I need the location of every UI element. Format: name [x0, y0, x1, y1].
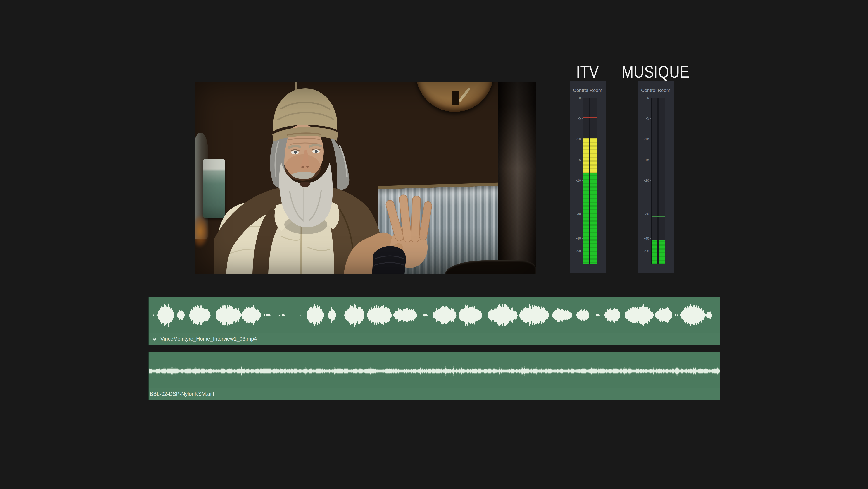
meter-bar-fill [590, 138, 596, 173]
meter-channel-left [652, 98, 657, 263]
speech-waveform-canvas [149, 297, 720, 333]
meter-tick-label: 0 [638, 95, 649, 100]
clip-label-strip: VinceMcIntyre_Home_Interview1_03.mp4 [149, 333, 720, 345]
meter-bar-fill [658, 240, 664, 263]
audio-meter-panel-musique: Control Room 0-5-10-15-20-30-40-50 [638, 81, 674, 273]
meter-tick-mark [582, 160, 583, 160]
meter-channel-right [590, 98, 596, 263]
volume-automation-line[interactable] [149, 306, 720, 306]
peak-hold-line [652, 216, 664, 217]
meter-tick-mark [650, 139, 651, 140]
meter-tick-mark [650, 180, 651, 181]
meter-tick-label: -5 [569, 116, 581, 121]
meter-bar-fill [652, 240, 657, 263]
meter-bar-fill [583, 138, 589, 173]
audio-clip-music[interactable]: BBL-02-DSP-NylonKSM.aiff [148, 352, 720, 400]
meter-tick-label: -5 [638, 116, 649, 121]
link-icon [152, 336, 157, 342]
audio-clip-interview[interactable]: VinceMcIntyre_Home_Interview1_03.mp4 [148, 297, 720, 345]
meter-title-musique: MUSIQUE [617, 63, 694, 81]
meter-channel-right [658, 98, 664, 263]
meter-tick-label: -50 [569, 249, 581, 253]
meter-tick-mark [582, 214, 583, 214]
meter-title-itv: ITV [549, 63, 626, 81]
meter-tick-mark [582, 251, 583, 251]
meter-tick-mark [582, 139, 583, 140]
meter-tick-mark [650, 238, 651, 239]
application-window: ITV MUSIQUE Control Room 0-5-10-15-20-30… [0, 0, 868, 489]
meter-tick-label: -10 [638, 137, 649, 142]
video-viewer [194, 82, 536, 274]
meter-tick-mark [582, 118, 583, 119]
meter-tick-label: -10 [569, 137, 581, 142]
meter-tick-label: -20 [638, 178, 649, 183]
viewer-vignette [194, 82, 536, 274]
meter-tick-label: -15 [638, 157, 649, 162]
level-meter-musique [651, 97, 665, 264]
meter-tick-mark [650, 214, 651, 214]
peak-hold-line [583, 117, 596, 118]
meter-tick-label: -40 [638, 236, 649, 241]
meter-tick-mark [650, 97, 651, 98]
meter-bar-fill [583, 173, 589, 263]
meter-channel-left [583, 98, 589, 263]
music-waveform-canvas [149, 352, 720, 387]
meter-tick-mark [582, 97, 583, 98]
meter-tick-mark [650, 251, 651, 251]
meter-tick-mark [582, 238, 583, 239]
meter-tick-label: -30 [569, 212, 581, 216]
meter-tick-mark [650, 160, 651, 160]
waveform-area [149, 297, 720, 333]
clip-label-strip: BBL-02-DSP-NylonKSM.aiff [149, 387, 720, 400]
meter-tick-label: -30 [638, 212, 649, 216]
level-meter-itv [583, 97, 597, 264]
meter-tick-label: -20 [569, 178, 581, 183]
audio-meter-panel-itv: Control Room 0-5-10-15-20-30-40-50 [569, 81, 606, 273]
meter-bar-fill [590, 173, 596, 263]
waveform-area [149, 352, 720, 387]
meter-tick-label: -40 [569, 236, 581, 241]
control-room-label: Control Room [569, 88, 606, 93]
control-room-label: Control Room [638, 88, 674, 93]
clip-filename: BBL-02-DSP-NylonKSM.aiff [150, 391, 214, 397]
meter-tick-mark [650, 118, 651, 119]
meter-tick-label: -50 [638, 249, 649, 253]
clip-filename: VinceMcIntyre_Home_Interview1_03.mp4 [160, 336, 257, 342]
meter-tick-label: -15 [569, 157, 581, 162]
volume-automation-line[interactable] [149, 374, 720, 374]
meter-tick-label: 0 [569, 95, 581, 100]
meter-tick-mark [582, 180, 583, 181]
